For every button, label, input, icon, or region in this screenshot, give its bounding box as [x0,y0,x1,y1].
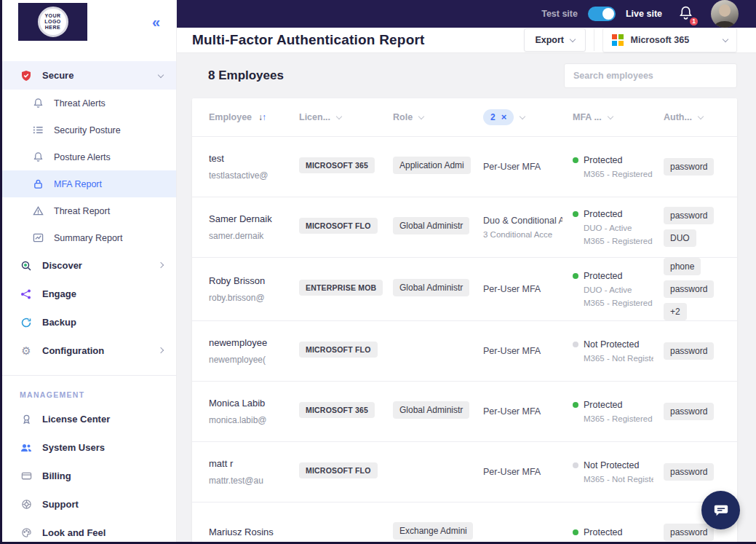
mfa-type: Per-User MFA [483,162,562,172]
license-chip: MICROSOFT FLO [299,342,378,358]
table-header-row: Employee ↓↑ Licen... Role 2 × [192,98,737,136]
chat-button[interactable] [701,491,740,529]
sidebar-divider [2,375,176,376]
mfa-type-detail: 3 Conditional Acce [483,230,562,239]
table-row[interactable]: Mariusz Rosins Exchange Admini Protected… [192,502,737,544]
chevron-down-icon [723,36,728,42]
column-header-mfa-type[interactable]: 2 × [483,109,573,125]
notifications-bell-icon[interactable]: 1 [678,5,693,23]
status-dot [573,342,578,347]
sidebar-item-label: Secure [42,70,149,81]
sidebar-item-summary-report[interactable]: Summary Report [2,224,176,251]
chat-icon [713,502,729,519]
table-row[interactable]: newemployee newemployee( MICROSOFT FLO P… [192,320,737,381]
bell-icon [31,98,44,109]
employees-table: Employee ↓↑ Licen... Role 2 × [192,98,737,544]
auth-method-more-chip[interactable]: +2 [664,303,687,320]
sidebar-item-label: Discover [42,260,149,271]
sidebar-item-threat-report[interactable]: Threat Report [2,197,176,224]
column-header-auth-methods[interactable]: Auth... [664,112,733,122]
sidebar-item-backup[interactable]: Backup [2,308,176,336]
test-site-label: Test site [541,9,578,19]
credit-card-icon [20,470,33,481]
column-header-license[interactable]: Licen... [299,112,393,122]
auth-method-chip: password [664,524,714,541]
auth-method-chip: password [664,207,714,224]
sidebar-item-security-posture[interactable]: Security Posture [2,117,176,143]
sidebar-item-label: Security Posture [54,125,163,135]
column-header-mfa-status[interactable]: MFA ... [573,112,664,122]
employee-email: mattr.test@au [209,476,289,486]
header-separator [594,29,594,51]
company-logo: YOUR LOGO HERE [18,3,87,41]
sidebar-item-label: MFA Report [54,179,163,189]
status-label: Protected [584,209,623,219]
sidebar-item-threat-alerts[interactable]: Threat Alerts [2,90,176,117]
mfa-type: Duo & Conditional A [483,216,562,226]
chevron-right-icon [158,347,164,352]
sidebar-item-posture-alerts[interactable]: Posture Alerts [2,143,176,170]
warning-triangle-icon [31,205,44,216]
search-input[interactable] [564,63,737,88]
sidebar-item-configuration[interactable]: ⚙ Configuration [2,336,176,365]
chevron-down-icon [608,113,613,119]
microsoft-logo-icon [612,34,624,46]
status-detail: M365 - Registered [584,299,653,307]
employee-email: newemployee( [209,355,289,365]
column-header-employee[interactable]: Employee ↓↑ [209,112,299,122]
chevron-down-icon [520,113,525,119]
employee-name: newemployee [209,337,289,348]
mfa-type-filter-chip[interactable]: 2 × [483,109,514,125]
sidebar-item-discover[interactable]: Discover [2,251,176,280]
table-row[interactable]: Roby Brisson roby.brisson@ ENTERPRISE MO… [192,257,737,320]
user-avatar[interactable] [711,0,739,28]
status-dot [573,273,578,279]
status-detail: M365 - Not Registe [584,475,653,484]
status-dot [573,462,578,468]
page-header: Multi-Factor Authentication Report Expor… [177,28,756,53]
employee-name: Roby Brisson [209,275,289,286]
license-chip: MICROSOFT 365 [299,157,375,173]
sidebar-item-billing[interactable]: Billing [2,462,176,490]
auth-method-chip: DUO [664,229,696,247]
sidebar-item-label: Billing [42,470,163,481]
license-chip: MICROSOFT FLO [299,462,378,478]
table-row[interactable]: Monica Labib monica.labib@ MICROSOFT 365… [192,381,737,441]
sidebar-item-label: Posture Alerts [54,152,163,162]
table-row[interactable]: Samer Dernaik samer.dernaik MICROSOFT FL… [192,197,737,257]
sidebar-item-look-and-feel[interactable]: Look and Feel [2,519,176,542]
clear-filter-icon[interactable]: × [501,112,507,122]
bell-icon [31,151,44,162]
table-row[interactable]: test testlastactive@ MICROSOFT 365 Appli… [192,136,737,197]
role-chip: Exchange Admini [393,522,473,540]
export-button[interactable]: Export [524,28,586,52]
sidebar-item-secure[interactable]: Secure [2,61,176,90]
sidebar-item-system-users[interactable]: System Users [2,433,176,462]
column-header-role[interactable]: Role [393,112,483,122]
status-detail: DUO - Active [584,285,653,294]
sidebar-item-license-center[interactable]: License Center [2,405,176,433]
sidebar-item-support[interactable]: Support [2,490,176,519]
sidebar-item-mfa-report[interactable]: MFA Report [2,170,176,197]
sort-icon: ↓↑ [258,112,266,122]
share-nodes-icon [20,288,33,300]
sidebar-item-engage[interactable]: Engage [2,280,176,308]
role-chip: Application Admi [393,157,471,174]
mfa-type: Per-User MFA [483,284,562,294]
status-label: Protected [584,155,623,165]
site-toggle[interactable] [588,7,616,21]
employee-email: roby.brisson@ [209,293,289,303]
sidebar: YOUR LOGO HERE « Secure Threat Alerts Se [2,0,177,542]
status-dot [573,211,578,217]
column-label: Employee [209,112,252,122]
column-label: Licen... [299,112,330,122]
sidebar-collapse-icon[interactable]: « [152,15,160,29]
chevron-down-icon [158,71,164,77]
mfa-type: Per-User MFA [483,467,562,477]
users-icon [20,442,33,454]
table-row[interactable]: matt r mattr.test@au MICROSOFT FLO Per-U… [192,441,737,502]
restore-circle-icon [20,317,33,328]
main-area: Test site Live site 1 Multi-Factor Authe… [177,0,756,542]
status-detail: M365 - Not Registe [584,354,653,363]
tenant-selector[interactable]: Microsoft 365 [602,28,737,52]
